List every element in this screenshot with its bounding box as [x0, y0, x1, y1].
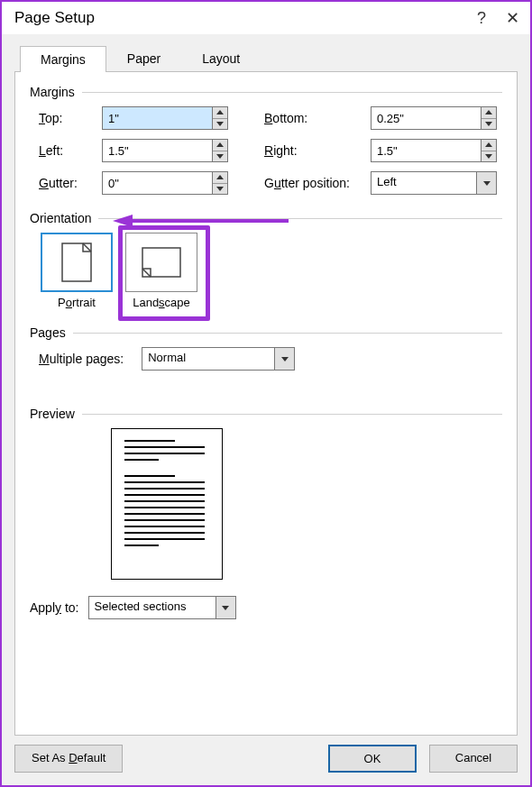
dialog-footer: Set As Default OK Cancel — [14, 745, 518, 773]
gutter-spinner[interactable] — [102, 171, 228, 195]
landscape-label: Landscape — [125, 296, 197, 309]
left-label: Left: — [39, 143, 102, 158]
spinner-up-icon[interactable] — [482, 140, 496, 151]
portrait-label: Portrait — [41, 296, 113, 309]
spinner-down-icon[interactable] — [213, 119, 227, 130]
pages-label: Pages — [30, 325, 66, 340]
multi-pages-combo[interactable]: Normal — [142, 347, 295, 371]
svg-marker-1 — [113, 215, 133, 227]
spinner-up-icon[interactable] — [213, 107, 227, 119]
gutter-pos-combo[interactable]: Left — [371, 171, 497, 195]
apply-to-label: Apply to: — [30, 600, 79, 615]
top-spinner[interactable] — [102, 106, 228, 130]
orientation-options: Portrait Landscape — [30, 233, 502, 309]
preview-page-icon — [111, 428, 223, 580]
top-label: Top: — [39, 111, 102, 125]
bottom-label: Bottom: — [264, 111, 371, 125]
gutter-pos-label: Gutter position: — [264, 176, 371, 190]
apply-to-row: Apply to: Selected sections — [30, 596, 502, 619]
svg-rect-3 — [142, 248, 180, 277]
chevron-down-icon[interactable] — [216, 597, 235, 618]
help-icon[interactable]: ? — [477, 10, 486, 26]
portrait-icon — [41, 233, 113, 292]
right-input[interactable] — [371, 140, 481, 161]
gutter-pos-value: Left — [371, 172, 476, 194]
right-spinner[interactable] — [371, 139, 497, 162]
ok-button[interactable]: OK — [328, 745, 417, 773]
page-setup-dialog: Page Setup ? ✕ Margins Paper Layout Marg… — [0, 0, 532, 787]
left-input[interactable] — [103, 140, 212, 161]
tab-paper[interactable]: Paper — [106, 45, 181, 71]
margins-panel: Margins Top: Bottom: Left: — [14, 71, 518, 736]
close-icon[interactable]: ✕ — [506, 10, 519, 26]
margins-label: Margins — [30, 85, 75, 99]
left-spinner[interactable] — [102, 139, 228, 162]
section-margins: Margins — [30, 85, 502, 99]
top-input[interactable] — [103, 107, 212, 129]
landscape-icon — [125, 233, 197, 292]
tab-layout[interactable]: Layout — [181, 45, 261, 71]
gutter-input[interactable] — [103, 172, 212, 194]
multi-pages-label: Multiple pages: — [39, 352, 124, 366]
chevron-down-icon[interactable] — [274, 348, 294, 370]
right-label: Right: — [264, 143, 371, 158]
section-orientation: Orientation — [30, 211, 502, 225]
margins-grid: Top: Bottom: Left: Right: — [30, 106, 502, 195]
titlebar: Page Setup ? ✕ — [2, 2, 530, 34]
landscape-option[interactable]: Landscape — [125, 233, 197, 309]
section-preview: Preview — [30, 407, 502, 421]
portrait-option[interactable]: Portrait — [41, 233, 113, 309]
chevron-down-icon[interactable] — [476, 172, 496, 194]
orientation-label: Orientation — [30, 211, 91, 225]
cancel-button[interactable]: Cancel — [429, 745, 518, 773]
set-default-button[interactable]: Set As Default — [14, 745, 123, 773]
dialog-body: Margins Paper Layout Margins Top: Bottom… — [2, 34, 530, 785]
svg-rect-2 — [62, 243, 91, 281]
bottom-input[interactable] — [371, 107, 481, 129]
apply-to-value: Selected sections — [89, 597, 216, 618]
spinner-up-icon[interactable] — [213, 172, 227, 184]
spinner-up-icon[interactable] — [213, 140, 227, 151]
spinner-down-icon[interactable] — [482, 151, 496, 162]
tab-strip: Margins Paper Layout — [14, 34, 518, 71]
spinner-down-icon[interactable] — [482, 119, 496, 130]
multi-pages-value: Normal — [142, 348, 274, 370]
bottom-spinner[interactable] — [371, 106, 497, 130]
spinner-down-icon[interactable] — [213, 151, 227, 162]
apply-to-combo[interactable]: Selected sections — [88, 596, 236, 619]
spinner-up-icon[interactable] — [482, 107, 496, 119]
window-title: Page Setup — [14, 9, 95, 27]
spinner-down-icon[interactable] — [213, 184, 227, 195]
annotation-arrow — [113, 213, 293, 229]
section-pages: Pages — [30, 325, 502, 340]
preview-label: Preview — [30, 407, 75, 421]
tab-margins[interactable]: Margins — [20, 46, 106, 72]
gutter-label: Gutter: — [39, 176, 102, 190]
